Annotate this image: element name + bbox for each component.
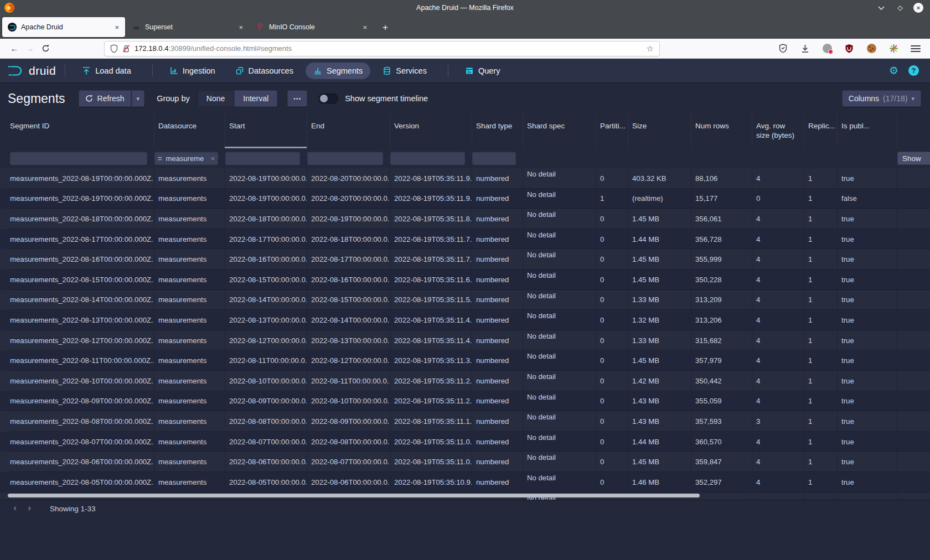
close-tab-icon[interactable]: × <box>237 23 245 32</box>
cell-partition: 0 <box>596 350 628 371</box>
cell-replication: 1 <box>804 371 837 391</box>
tab-minio-console[interactable]: MinIO Console × <box>250 17 373 37</box>
cell-avg_row_size: 4 <box>752 249 804 269</box>
downloads-icon[interactable] <box>799 43 810 54</box>
column-header-shard_spec[interactable]: Shard spec <box>523 114 596 148</box>
shield-permissions-icon[interactable] <box>110 44 118 53</box>
sparkle-extension-icon[interactable] <box>888 43 899 54</box>
column-header-avg_row_size[interactable]: Avg. row size (bytes) <box>752 114 804 148</box>
horizontal-scrollbar[interactable] <box>8 494 700 497</box>
column-header-version[interactable]: Version <box>390 114 472 148</box>
nav-item-load-data[interactable]: Load data <box>74 63 139 79</box>
nav-item-query[interactable]: Query <box>457 63 508 79</box>
table-row[interactable]: measurements_2022-08-05T00:00:00.000Z...… <box>0 472 930 492</box>
tab-apache-druid[interactable]: Apache Druid × <box>2 17 125 37</box>
table-row[interactable]: measurements_2022-08-10T00:00:00.000Z...… <box>0 371 930 391</box>
boolean-filter-select[interactable]: Show <box>897 152 930 165</box>
nav-item-datasources[interactable]: Datasources <box>228 63 301 79</box>
cell-size: 1.43 MB <box>628 411 691 432</box>
forward-button[interactable]: → <box>22 41 38 56</box>
previous-page-icon[interactable]: ‹ <box>8 501 22 516</box>
close-tab-icon[interactable]: × <box>361 23 369 32</box>
close-tab-icon[interactable]: × <box>113 23 121 32</box>
table-row[interactable]: measurements_2022-08-18T00:00:00.000Z...… <box>0 209 930 229</box>
column-header-is_published[interactable]: Is publ... <box>837 114 897 148</box>
column-header-datasource[interactable]: Datasource <box>154 114 225 148</box>
reload-button[interactable] <box>38 41 53 56</box>
table-row[interactable]: measurements_2022-08-19T00:00:00.000Z...… <box>0 189 930 209</box>
ublock-origin-icon[interactable] <box>844 43 855 54</box>
nav-item-ingestion[interactable]: Ingestion <box>162 63 223 79</box>
new-tab-button[interactable]: + <box>378 20 393 35</box>
extension-mask-icon[interactable] <box>822 43 833 54</box>
table-row[interactable]: measurements_2022-08-19T00:00:00.000Z...… <box>0 168 930 189</box>
column-header-replication[interactable]: Replic... <box>804 114 837 148</box>
group-by-none-button[interactable]: None <box>198 90 234 107</box>
table-row[interactable]: measurements_2022-08-11T00:00:00.000Z...… <box>0 350 930 371</box>
remove-filter-icon[interactable]: × <box>210 154 215 163</box>
column-header-overflow[interactable] <box>897 114 930 148</box>
column-header-shard_type[interactable]: Shard type <box>472 114 523 148</box>
cell-version: 2022-08-19T05:35:11.1... <box>390 411 472 432</box>
column-header-num_rows[interactable]: Num rows <box>691 114 752 148</box>
version-filter-input[interactable] <box>390 152 465 165</box>
close-window-icon[interactable]: × <box>913 3 923 13</box>
cell-partition: 0 <box>596 209 628 229</box>
pocket-shield-icon[interactable] <box>777 43 788 54</box>
toolbar-icons <box>777 43 923 54</box>
cookie-extension-icon[interactable] <box>866 43 877 54</box>
shard-type-filter-input[interactable] <box>472 152 516 165</box>
cell-size: 1.43 MB <box>628 391 691 412</box>
cell-shard_type: numbered <box>472 229 523 250</box>
nav-item-services[interactable]: Services <box>375 63 435 79</box>
cell-is_published: true <box>837 330 897 351</box>
tab-superset[interactable]: ∞ Superset × <box>126 17 249 37</box>
insecure-lock-icon[interactable] <box>122 44 130 53</box>
help-icon[interactable]: ? <box>908 65 919 76</box>
filter-cell-segment-id <box>10 148 154 168</box>
cell-version: 2022-08-19T05:35:11.4... <box>390 330 472 351</box>
datasource-filter-input[interactable]: = measureme × <box>154 152 218 165</box>
table-row[interactable]: measurements_2022-08-14T00:00:00.000Z...… <box>0 290 930 310</box>
segment-id-filter-input[interactable] <box>10 152 147 165</box>
start-filter-input[interactable] <box>225 152 300 165</box>
cell-is_published: true <box>837 472 897 492</box>
columns-button[interactable]: Columns (17/18) ▾ <box>842 90 921 107</box>
druid-logo[interactable]: druid <box>8 64 56 77</box>
table-row[interactable]: measurements_2022-08-09T00:00:00.000Z...… <box>0 391 930 412</box>
back-button[interactable]: ← <box>7 41 22 56</box>
end-filter-input[interactable] <box>307 152 383 165</box>
more-options-button[interactable]: ••• <box>287 90 307 107</box>
column-header-segment_id[interactable]: Segment ID <box>10 114 154 148</box>
table-row[interactable]: measurements_2022-08-17T00:00:00.000Z...… <box>0 229 930 250</box>
segment-timeline-toggle[interactable] <box>318 94 338 104</box>
column-header-end[interactable]: End <box>307 114 390 148</box>
table-row[interactable]: measurements_2022-08-15T00:00:00.000Z...… <box>0 269 930 290</box>
table-row[interactable]: measurements_2022-08-13T00:00:00.000Z...… <box>0 310 930 330</box>
column-header-start[interactable]: Start <box>225 114 307 148</box>
filter-cell-partition <box>596 148 628 168</box>
column-header-size[interactable]: Size <box>628 114 691 148</box>
window-title: Apache Druid — Mozilla Firefox <box>0 4 930 12</box>
table-row[interactable]: measurements_2022-08-12T00:00:00.000Z...… <box>0 330 930 351</box>
maximize-icon[interactable]: ◇ <box>896 4 905 12</box>
refresh-button[interactable]: Refresh <box>79 90 131 107</box>
cell-overflow <box>897 290 930 310</box>
group-by-interval-button[interactable]: Interval <box>234 90 277 107</box>
nav-item-segments[interactable]: Segments <box>306 63 370 79</box>
bookmark-star-icon[interactable]: ☆ <box>647 44 654 54</box>
settings-gear-icon[interactable]: ⚙ <box>889 65 898 76</box>
table-row[interactable]: measurements_2022-08-16T00:00:00.000Z...… <box>0 249 930 269</box>
next-page-icon[interactable]: › <box>22 501 37 516</box>
cell-datasource: measurements <box>154 189 225 209</box>
column-header-partition[interactable]: Partiti... <box>596 114 628 148</box>
filter-cell-is-published <box>837 148 897 168</box>
brand-name: druid <box>29 64 56 77</box>
url-bar[interactable]: 172.18.0.4:30899/unified-console.html#se… <box>104 41 660 56</box>
table-row[interactable]: measurements_2022-08-07T00:00:00.000Z...… <box>0 432 930 452</box>
table-row[interactable]: measurements_2022-08-08T00:00:00.000Z...… <box>0 411 930 432</box>
minimize-icon[interactable] <box>878 6 887 10</box>
hamburger-menu-icon[interactable] <box>910 43 921 54</box>
refresh-caret-button[interactable]: ▾ <box>131 90 145 107</box>
table-row[interactable]: measurements_2022-08-06T00:00:00.000Z...… <box>0 452 930 472</box>
